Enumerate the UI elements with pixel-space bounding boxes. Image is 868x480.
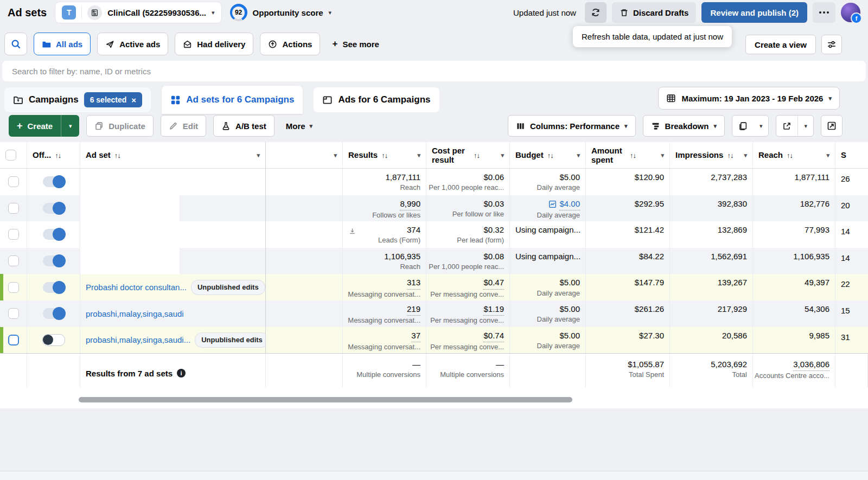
header-results[interactable]: Results↑↓▾ <box>343 142 426 168</box>
trends-button[interactable] <box>821 115 843 137</box>
adset-name-link[interactable]: probashi,malay,singa,saudi <box>86 309 184 318</box>
avatar[interactable]: f <box>841 3 860 22</box>
adset-name-link[interactable]: Probashi doctor consultan... <box>86 283 187 292</box>
header-ad-set[interactable]: Ad set↑↓▾ <box>80 142 266 168</box>
filter-caret-icon[interactable]: ▾ <box>417 152 420 158</box>
filter-caret-icon[interactable]: ▾ <box>501 152 504 158</box>
review-publish-button[interactable]: Review and publish (2) <box>701 2 807 23</box>
sort-icon[interactable]: ↑↓ <box>727 151 733 159</box>
row-checkbox[interactable] <box>8 255 19 266</box>
search-input[interactable] <box>11 66 857 76</box>
create-view-button[interactable]: Create a view <box>745 35 816 54</box>
header-off[interactable]: Off...↑↓ <box>27 142 80 168</box>
row-checkbox[interactable] <box>8 203 19 214</box>
spent-value: $292.95 <box>635 199 664 209</box>
results-value[interactable]: 313 <box>407 277 420 289</box>
header-amount-spent[interactable]: Amount spent↑↓▾ <box>586 142 670 168</box>
row-toggle[interactable] <box>43 282 65 293</box>
row-toggle[interactable] <box>43 308 65 319</box>
filter-caret-icon[interactable]: ▾ <box>257 152 260 158</box>
results-value[interactable]: 8,990 <box>400 199 420 210</box>
row-checkbox[interactable] <box>8 282 19 293</box>
account-selector[interactable]: T CliniCall (522259930536... ▾ <box>55 2 221 23</box>
filter-caret-icon[interactable]: ▾ <box>577 152 580 158</box>
discard-drafts-button[interactable]: Discard Drafts <box>612 2 697 23</box>
search-icon <box>11 39 21 49</box>
sort-icon[interactable]: ↑↓ <box>787 151 793 159</box>
see-more-button[interactable]: + See more <box>327 39 384 49</box>
tab-ad-sets[interactable]: Ad sets for 6 Campaigns <box>162 86 303 114</box>
info-icon[interactable]: i <box>177 369 186 377</box>
sort-icon[interactable]: ↑↓ <box>630 151 636 159</box>
breakdown-button[interactable]: Breakdown ▾ <box>643 115 725 137</box>
reports-split-button[interactable]: ▾ <box>732 115 769 137</box>
filter-active-ads[interactable]: Active ads <box>97 33 168 55</box>
header-extra[interactable]: ▾ <box>266 142 343 168</box>
cost-value[interactable]: $0.47 <box>483 277 504 289</box>
adset-name-link[interactable]: probashi,malay,singa,saudi... <box>86 335 190 344</box>
header-reach[interactable]: Reach↑↓▾ <box>753 142 835 168</box>
date-range-selector[interactable]: Maximum: 19 Jan 2023 - 19 Feb 2026 ▾ <box>658 87 840 110</box>
impressions-value: 2,737,283 <box>711 172 747 183</box>
columns-icon <box>516 121 525 131</box>
view-settings-button[interactable] <box>821 35 842 54</box>
filter-caret-icon[interactable]: ▾ <box>334 152 337 158</box>
tab-campaigns[interactable]: Campaigns 6 selected × <box>4 87 151 112</box>
select-all-checkbox[interactable] <box>5 150 16 161</box>
header-s[interactable]: S <box>835 142 868 168</box>
header-cost-per-result[interactable]: Cost per result↑↓▾ <box>426 142 510 168</box>
tab-ads[interactable]: Ads for 6 Campaigns <box>314 87 439 112</box>
filter-caret-icon[interactable]: ▾ <box>744 152 747 158</box>
row-toggle[interactable] <box>43 229 65 240</box>
row-checkbox[interactable] <box>8 176 19 187</box>
export-split-button[interactable]: ▾ <box>776 115 814 137</box>
more-menu-button[interactable]: More ▾ <box>282 121 317 131</box>
create-split-button[interactable]: +Create ▾ <box>9 115 79 137</box>
duplicate-button[interactable]: Duplicate <box>86 115 154 137</box>
filter-had-delivery[interactable]: Had delivery <box>175 33 253 55</box>
row-toggle[interactable] <box>43 176 65 187</box>
reach-value: 182,776 <box>800 199 829 209</box>
sort-icon[interactable]: ↑↓ <box>547 151 553 159</box>
columns-button[interactable]: Columns: Performance ▾ <box>508 115 636 137</box>
selected-count-badge[interactable]: 6 selected × <box>84 92 142 107</box>
results-value[interactable]: 37 <box>411 330 420 342</box>
row-checkbox[interactable] <box>8 229 19 240</box>
account-name: CliniCall (522259930536... <box>107 8 206 17</box>
business-initial-badge: T <box>62 5 76 20</box>
filter-caret-icon[interactable]: ▾ <box>661 152 664 158</box>
footer-cost: — <box>496 359 504 370</box>
row-checkbox[interactable] <box>8 308 19 319</box>
filter-all-ads[interactable]: All ads <box>34 33 91 55</box>
cost-value[interactable]: $1.19 <box>483 304 504 316</box>
results-value[interactable]: 219 <box>407 304 420 316</box>
sort-icon[interactable]: ↑↓ <box>55 151 61 159</box>
row-toggle[interactable] <box>42 334 65 346</box>
horizontal-scrollbar[interactable] <box>79 397 572 402</box>
search-filter-button[interactable] <box>4 33 27 55</box>
filter-caret-icon[interactable]: ▾ <box>826 152 829 158</box>
sort-icon[interactable]: ↑↓ <box>474 151 480 159</box>
row-toggle[interactable] <box>43 255 65 266</box>
footer-reach[interactable]: 3,036,806 <box>793 359 829 371</box>
ab-test-button[interactable]: A/B test <box>213 115 275 137</box>
header-budget[interactable]: Budget↑↓▾ <box>510 142 586 168</box>
cost-value[interactable]: $0.74 <box>483 330 504 342</box>
close-icon[interactable]: × <box>131 96 136 104</box>
sort-icon[interactable]: ↑↓ <box>381 151 387 159</box>
filter-actions[interactable]: Actions <box>260 33 320 55</box>
row-checkbox[interactable] <box>8 335 19 345</box>
opportunity-score[interactable]: 92 Opportunity score ▾ <box>230 4 332 21</box>
create-dropdown-button[interactable]: ▾ <box>61 115 79 137</box>
more-options-button[interactable] <box>813 2 835 23</box>
budget-value[interactable]: $4.00 <box>559 199 580 210</box>
row-toggle[interactable] <box>43 203 65 214</box>
edit-button[interactable]: Edit <box>161 115 206 137</box>
spent-value: $261.26 <box>635 304 664 315</box>
reach-value: 49,397 <box>805 277 829 288</box>
sort-icon[interactable]: ↑↓ <box>114 151 120 159</box>
download-icon[interactable] <box>348 227 356 235</box>
table-row: Probashi doctor consultan...Unpublished … <box>0 274 868 300</box>
header-impressions[interactable]: Impressions↑↓▾ <box>670 142 753 168</box>
refresh-button[interactable] <box>585 2 607 23</box>
